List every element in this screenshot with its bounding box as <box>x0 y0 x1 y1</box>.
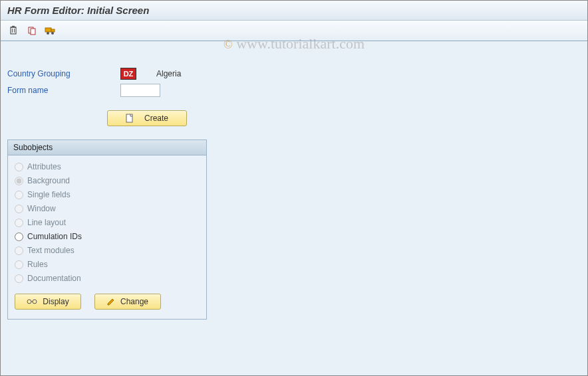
country-name-text: Algeria <box>156 69 181 78</box>
subobject-radio-label: Cumulation IDs <box>27 232 82 241</box>
subobjects-group: Subobjects AttributesBackgroundSingle fi… <box>7 140 207 320</box>
svg-rect-8 <box>51 29 55 32</box>
subobjects-header: Subobjects <box>8 140 206 155</box>
create-button[interactable]: Create <box>107 110 187 126</box>
display-button[interactable]: Display <box>15 294 81 310</box>
subobject-radio[interactable]: Documentation <box>15 274 200 283</box>
svg-point-10 <box>51 32 54 35</box>
subobject-radio-input <box>15 191 23 199</box>
change-button[interactable]: Change <box>94 294 161 310</box>
subobject-radio[interactable]: Rules <box>15 260 200 269</box>
svg-point-13 <box>33 300 37 304</box>
pencil-icon <box>107 298 115 306</box>
subobject-radio-input <box>15 274 23 283</box>
svg-point-9 <box>47 32 49 35</box>
transport-icon[interactable] <box>45 25 57 37</box>
change-button-label: Change <box>120 297 148 306</box>
copy-icon[interactable] <box>26 25 38 37</box>
document-icon <box>126 114 134 123</box>
subobject-radio[interactable]: Single fields <box>15 190 200 199</box>
svg-rect-6 <box>31 29 35 35</box>
subobject-radio-label: Rules <box>27 260 48 269</box>
svg-rect-11 <box>126 114 132 122</box>
subobject-radio-input <box>15 260 23 269</box>
subobject-radio-label: Background <box>27 176 70 185</box>
svg-rect-0 <box>11 27 16 34</box>
subobject-radio-label: Documentation <box>27 274 81 283</box>
subobject-radio-input <box>15 177 23 185</box>
form-name-label: Form name <box>7 86 120 95</box>
subobject-radio[interactable]: Line layout <box>15 218 200 227</box>
subobject-radio-label: Line layout <box>27 218 66 227</box>
country-grouping-label: Country Grouping <box>7 69 120 78</box>
toolbar <box>1 21 587 41</box>
subobject-radio-input <box>15 219 23 227</box>
subobject-radio-input <box>15 163 23 171</box>
svg-marker-15 <box>108 299 114 305</box>
form-name-row: Form name <box>7 84 581 97</box>
form-name-input[interactable] <box>120 84 160 97</box>
subobject-radio-label: Single fields <box>27 190 71 199</box>
svg-point-12 <box>27 300 31 304</box>
display-button-label: Display <box>43 297 69 306</box>
subobject-radio[interactable]: Text modules <box>15 246 200 255</box>
delete-icon[interactable] <box>7 25 19 37</box>
subobject-radio[interactable]: Window <box>15 204 200 213</box>
subobject-radio[interactable]: Attributes <box>15 162 200 171</box>
svg-rect-7 <box>45 28 51 32</box>
country-code-badge[interactable]: DZ <box>120 68 136 80</box>
subobject-radio-label: Window <box>27 204 56 213</box>
subobject-radio-label: Text modules <box>27 246 74 255</box>
subobject-radio[interactable]: Cumulation IDs <box>15 232 200 241</box>
page-title: HR Form Editor: Initial Screen <box>1 1 587 21</box>
glasses-icon <box>27 298 37 305</box>
subobject-radio-input <box>15 205 23 213</box>
content-area: Country Grouping DZ Algeria Form name Cr… <box>1 41 587 333</box>
create-button-label: Create <box>144 114 168 123</box>
subobject-radio[interactable]: Background <box>15 176 200 185</box>
country-grouping-row: Country Grouping DZ Algeria <box>7 68 581 80</box>
subobject-radio-input[interactable] <box>15 233 23 241</box>
subobject-radio-label: Attributes <box>27 162 61 171</box>
subobject-radio-input <box>15 246 23 255</box>
